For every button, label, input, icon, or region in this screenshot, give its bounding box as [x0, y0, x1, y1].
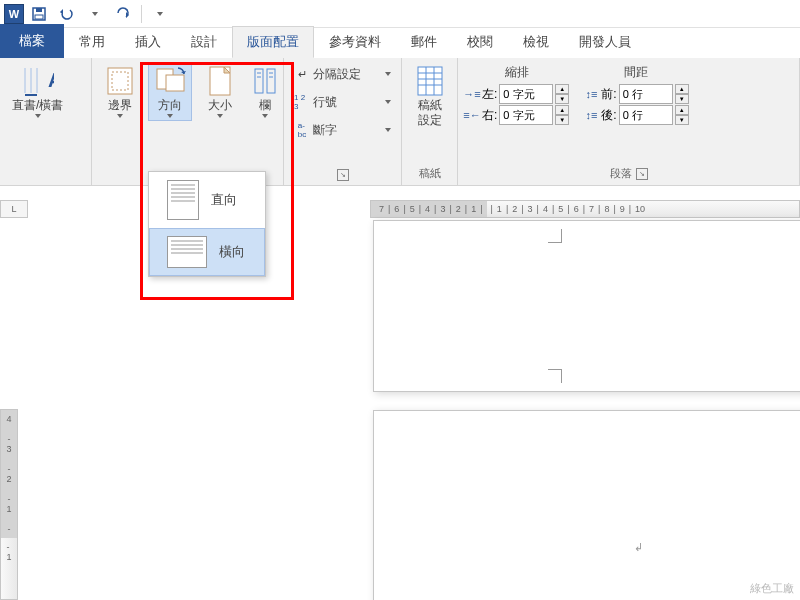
document-page[interactable]	[373, 220, 800, 392]
spacing-before-spinner[interactable]: ▲▼	[675, 84, 689, 104]
svg-rect-15	[418, 67, 442, 95]
line-numbers-button[interactable]: 1 2 3 行號	[290, 90, 395, 114]
ribbon: A 直書/橫書 邊界 方向	[0, 58, 800, 186]
landscape-thumb-icon	[167, 236, 207, 268]
margins-label: 邊界	[108, 99, 132, 112]
paragraph-group-label: 段落	[610, 166, 632, 181]
indent-right-spinner[interactable]: ▲▼	[555, 105, 569, 125]
document-page[interactable]: ↲	[373, 410, 800, 600]
dropdown-arrow-icon	[167, 114, 173, 118]
tab-file[interactable]: 檔案	[0, 24, 64, 58]
line-numbers-label: 行號	[313, 94, 337, 111]
dropdown-arrow-icon	[262, 114, 268, 118]
indent-left-input[interactable]	[499, 84, 553, 104]
word-app-icon: W	[4, 4, 24, 24]
spacing-header: 間距	[583, 64, 688, 83]
indent-left-icon: →≡	[464, 86, 480, 102]
dropdown-arrow-icon	[385, 72, 391, 76]
dropdown-arrow-icon	[217, 114, 223, 118]
columns-button[interactable]: 欄	[248, 62, 282, 121]
tab-home[interactable]: 常用	[64, 26, 120, 58]
svg-rect-7	[166, 75, 184, 91]
quick-access-toolbar: W	[0, 0, 800, 28]
document-area[interactable]: ↲	[28, 218, 800, 600]
svg-text:A: A	[48, 69, 54, 91]
spacing-before-icon: ↕≡	[583, 86, 599, 102]
spacing-after-spinner[interactable]: ▲▼	[675, 105, 689, 125]
manuscript-paper-button[interactable]: 稿紙 設定	[408, 62, 452, 130]
svg-rect-2	[35, 15, 43, 19]
columns-label: 欄	[259, 99, 271, 112]
page-setup-launcher[interactable]: ↘	[337, 169, 349, 181]
orientation-label: 方向	[158, 99, 182, 112]
save-button[interactable]	[26, 2, 52, 26]
orientation-dropdown: 直向 橫向	[148, 171, 266, 277]
breaks-label: 分隔設定	[313, 66, 361, 83]
margins-button[interactable]: 邊界	[98, 62, 142, 121]
spacing-before-input[interactable]	[619, 84, 673, 104]
ribbon-tabstrip: 檔案 常用 插入 設計 版面配置 參考資料 郵件 校閱 檢視 開發人員	[0, 28, 800, 58]
indent-left-spinner[interactable]: ▲▼	[555, 84, 569, 104]
hyphenation-icon: a-bc	[294, 122, 310, 138]
breaks-icon: ↵	[294, 66, 310, 82]
indent-right-input[interactable]	[499, 105, 553, 125]
portrait-label: 直向	[211, 191, 237, 209]
hyphenation-button[interactable]: a-bc 斷字	[290, 118, 395, 142]
breaks-button[interactable]: ↵ 分隔設定	[290, 62, 395, 86]
landscape-label: 橫向	[219, 243, 245, 261]
indent-right-label: 右:	[482, 107, 497, 124]
undo-more-button[interactable]	[82, 2, 108, 26]
spacing-after-label: 後:	[601, 107, 616, 124]
spacing-before-label: 前:	[601, 86, 616, 103]
manuscript-label1: 稿紙	[418, 99, 442, 112]
tab-design[interactable]: 設計	[176, 26, 232, 58]
ruler-corner[interactable]: L	[0, 200, 28, 218]
tab-view[interactable]: 檢視	[508, 26, 564, 58]
tab-developer[interactable]: 開發人員	[564, 26, 646, 58]
orientation-button[interactable]: 方向	[148, 62, 192, 121]
indent-right-icon: ≡←	[464, 107, 480, 123]
manuscript-label2: 設定	[418, 114, 442, 127]
dropdown-arrow-icon	[35, 114, 41, 118]
text-direction-label: 直書/橫書	[12, 99, 63, 112]
watermark-text: 綠色工廠	[750, 581, 794, 596]
undo-button[interactable]	[54, 2, 80, 26]
text-direction-button[interactable]: A 直書/橫書	[6, 62, 69, 121]
manuscript-group-label: 稿紙	[408, 164, 451, 183]
horizontal-ruler[interactable]: 7|6|5|4|3|2|1| |1|2|3|4|5|6|7|8|9|10	[370, 200, 800, 218]
indent-header: 縮排	[464, 64, 569, 83]
hyphenation-label: 斷字	[313, 122, 337, 139]
size-label: 大小	[208, 99, 232, 112]
tab-insert[interactable]: 插入	[120, 26, 176, 58]
dropdown-arrow-icon	[385, 100, 391, 104]
line-numbers-icon: 1 2 3	[294, 94, 310, 110]
svg-rect-1	[36, 8, 42, 12]
vertical-ruler[interactable]: 4-3-2-1- -1	[0, 409, 18, 600]
dropdown-arrow-icon	[117, 114, 123, 118]
portrait-thumb-icon	[167, 180, 199, 220]
tab-page-layout[interactable]: 版面配置	[232, 26, 314, 58]
redo-button[interactable]	[110, 2, 136, 26]
tab-references[interactable]: 參考資料	[314, 26, 396, 58]
paragraph-launcher[interactable]: ↘	[636, 168, 648, 180]
spacing-after-input[interactable]	[619, 105, 673, 125]
spacing-after-icon: ↕≡	[583, 107, 599, 123]
orientation-landscape-item[interactable]: 橫向	[149, 228, 265, 276]
orientation-portrait-item[interactable]: 直向	[149, 172, 265, 228]
size-button[interactable]: 大小	[198, 62, 242, 121]
tab-review[interactable]: 校閱	[452, 26, 508, 58]
tab-mailings[interactable]: 郵件	[396, 26, 452, 58]
dropdown-arrow-icon	[385, 128, 391, 132]
indent-left-label: 左:	[482, 86, 497, 103]
qat-customize-button[interactable]	[147, 2, 173, 26]
